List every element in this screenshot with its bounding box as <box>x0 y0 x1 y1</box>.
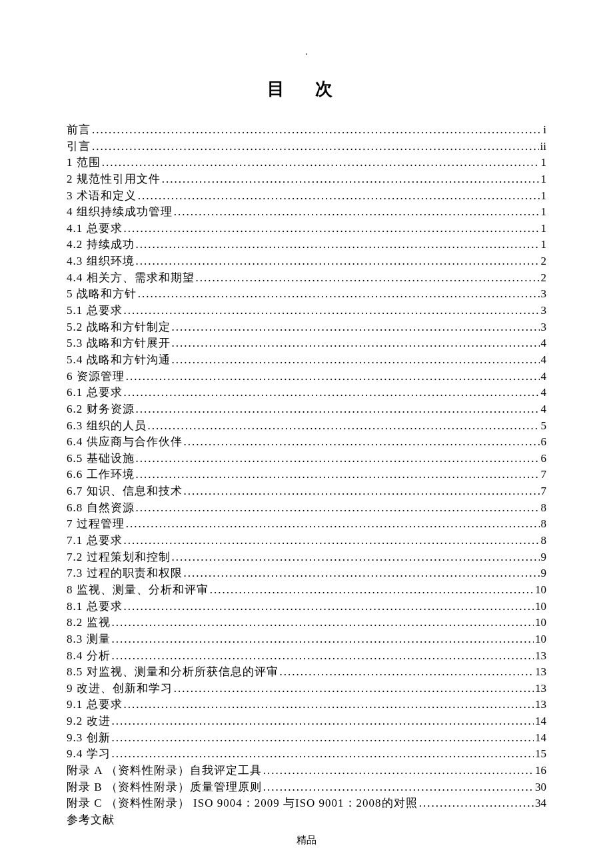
toc-label: 附录 A （资料性附录）自我评定工具 <box>67 763 262 779</box>
toc-entry: 8.5 对监视、测量和分析所获信息的评审....................… <box>67 664 546 681</box>
toc-entry: 9.1 总要求.................................… <box>67 697 546 713</box>
toc-entry: 4.1 总要求.................................… <box>67 221 546 237</box>
toc-page-number: 4 <box>541 401 547 418</box>
toc-leader-dots: ........................................… <box>419 795 534 812</box>
toc-entry: 6.1 总要求.................................… <box>67 385 546 401</box>
toc-entry: 6 资源管理..................................… <box>67 369 546 385</box>
toc-leader-dots: ........................................… <box>263 763 534 779</box>
toc-entry: 5.1 总要求.................................… <box>67 303 546 319</box>
toc-label: 6.6 工作环境 <box>67 467 135 483</box>
toc-label: 4.4 相关方、需求和期望 <box>67 270 195 287</box>
toc-label: 6.7 知识、信息和技术 <box>67 483 183 500</box>
toc-page-number: 13 <box>535 664 546 681</box>
toc-page-number: 7 <box>541 483 547 500</box>
toc-entry: 7.3 过程的职责和权限............................… <box>67 565 546 582</box>
toc-label: 4 组织持续成功管理 <box>67 204 173 221</box>
toc-page-number: 6 <box>541 451 547 467</box>
toc-label: 引言 <box>67 139 91 155</box>
toc-entry: 6.3 组织的人员...............................… <box>67 418 546 435</box>
toc-label: 5.1 总要求 <box>67 303 123 319</box>
toc-leader-dots: ........................................… <box>172 352 540 369</box>
toc-leader-dots: ........................................… <box>124 533 540 549</box>
toc-leader-dots: ........................................… <box>148 418 540 435</box>
toc-leader-dots: ........................................… <box>112 615 534 631</box>
toc-leader-dots: ........................................… <box>102 155 540 171</box>
toc-label: 9.2 改进 <box>67 713 111 730</box>
toc-entry: 6.2 财务资源................................… <box>67 401 546 418</box>
toc-page-number: 9 <box>541 549 547 566</box>
toc-entry: 9.4 学习..................................… <box>67 746 546 763</box>
toc-entry: 前言......................................… <box>67 122 546 139</box>
footer-text: 精品 <box>67 834 546 847</box>
toc-label: 9.3 创新 <box>67 730 111 747</box>
toc-entry: 8.3 测量..................................… <box>67 631 546 648</box>
toc-leader-dots: ........................................… <box>196 270 540 287</box>
toc-label: 9 改进、创新和学习 <box>67 681 173 697</box>
toc-page-number: 3 <box>541 303 547 319</box>
toc-entry: 9.2 改进..................................… <box>67 713 546 730</box>
toc-leader-dots: ........................................… <box>136 237 540 253</box>
toc-label: 8 监视、测量、分析和评审 <box>67 582 209 599</box>
toc-entry: 6.8 自然资源 ...............................… <box>67 500 546 517</box>
toc-leader-dots: ........................................… <box>112 713 534 730</box>
toc-leader-dots: ........................................… <box>112 730 534 747</box>
toc-label: 5 战略和方针 <box>67 286 137 303</box>
toc-label: 前言 <box>67 122 91 139</box>
toc-label: 7 过程管理 <box>67 516 125 533</box>
toc-label: 7.2 过程策划和控制 <box>67 549 171 566</box>
toc-entry: 附录 C （资料性附录） ISO 9004：2009 与ISO 9001：200… <box>67 795 546 812</box>
toc-label: 8.5 对监视、测量和分析所获信息的评审 <box>67 664 279 681</box>
toc-page-number: 5 <box>541 418 547 435</box>
toc-leader-dots: ........................................… <box>136 401 540 418</box>
toc-leader-dots: ........................................… <box>92 122 542 139</box>
toc-leader-dots: ........................................… <box>136 253 540 270</box>
toc-page-number: i <box>543 122 546 139</box>
toc-leader-dots: ........................................… <box>184 483 540 500</box>
page-title: 目 次 <box>67 77 546 101</box>
toc-entry: 4.3 组织环境................................… <box>67 253 546 270</box>
toc-page-number: 10 <box>535 631 546 648</box>
toc-leader-dots: ........................................… <box>172 549 540 566</box>
toc-label: 参考文献 <box>67 812 115 829</box>
toc-page-number: 6 <box>541 434 547 451</box>
toc-page-number: 1 <box>541 237 547 253</box>
toc-label: 4.3 组织环境 <box>67 253 135 270</box>
toc-label: 1 范围 <box>67 155 101 171</box>
toc-label: 5.2 战略和方针制定 <box>67 319 171 336</box>
toc-page-number: 4 <box>541 352 547 369</box>
toc-label: 9.1 总要求 <box>67 697 123 713</box>
toc-entry: 1 范围....................................… <box>67 155 546 171</box>
toc-label: 6.1 总要求 <box>67 385 123 401</box>
toc-page-number: 3 <box>541 319 547 336</box>
toc-leader-dots: ........................................… <box>92 139 539 155</box>
toc-entry: 附录 A （资料性附录）自我评定工具 .....................… <box>67 763 546 779</box>
toc-page-number: 10 <box>535 599 546 615</box>
toc-entry: 参考文献....................................… <box>67 812 546 829</box>
toc-label: 6.5 基础设施 <box>67 451 135 467</box>
toc-label: 7.1 总要求 <box>67 533 123 549</box>
toc-leader-dots: ........................................… <box>162 171 540 188</box>
toc-page-number: 4 <box>541 335 547 352</box>
toc-page-number: 30 <box>535 779 546 796</box>
toc-entry: 5.2 战略和方针制定.............................… <box>67 319 546 336</box>
toc-page-number: 1 <box>541 188 547 205</box>
toc-page-number: 9 <box>541 565 547 582</box>
toc-label: 6.2 财务资源 <box>67 401 135 418</box>
toc-entry: 6.4 供应商与合作伙伴............................… <box>67 434 546 451</box>
toc-page-number: 8 <box>541 533 547 549</box>
toc-entry: 7 过程管理..................................… <box>67 516 546 533</box>
toc-label: 8.3 测量 <box>67 631 111 648</box>
toc-leader-dots: ........................................… <box>124 385 540 401</box>
toc-leader-dots: ........................................… <box>126 516 540 533</box>
toc-label: 6.8 自然资源 <box>67 500 135 517</box>
toc-entry: 引言......................................… <box>67 139 546 155</box>
header-dot: . <box>67 47 546 57</box>
toc-leader-dots: ........................................… <box>138 286 540 303</box>
toc-leader-dots: ........................................… <box>136 500 540 517</box>
toc-entry: 6.6 工作环境................................… <box>67 467 546 483</box>
toc-leader-dots: ........................................… <box>136 451 540 467</box>
toc-leader-dots: ........................................… <box>210 582 534 599</box>
toc-leader-dots: ........................................… <box>126 369 540 385</box>
toc-label: 9.4 学习 <box>67 746 111 763</box>
toc-page-number: 1 <box>541 204 547 221</box>
